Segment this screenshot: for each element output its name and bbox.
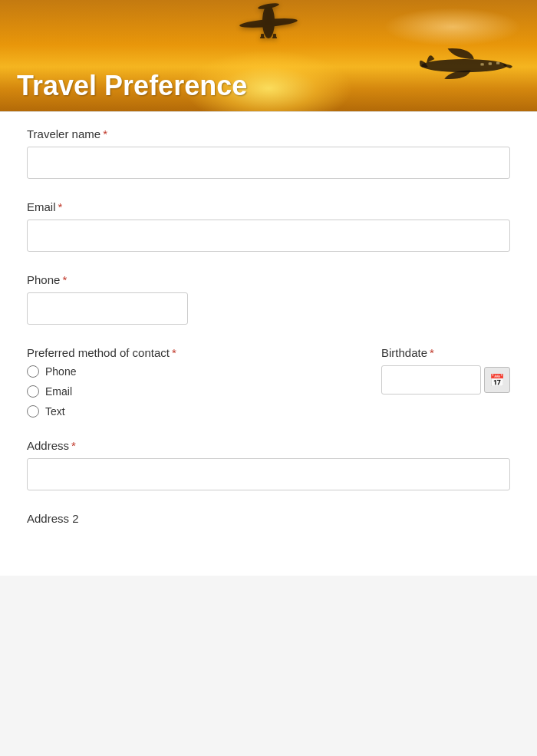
svg-point-5 bbox=[260, 36, 265, 38]
radio-text-input[interactable] bbox=[27, 405, 39, 418]
required-indicator: * bbox=[62, 273, 67, 286]
radio-text-item[interactable]: Text bbox=[27, 405, 351, 418]
radio-phone-input[interactable] bbox=[27, 365, 39, 378]
birthdate-label: Birthdate* bbox=[381, 346, 510, 359]
preferred-contact-col: Preferred method of contact* Phone Email… bbox=[27, 346, 351, 418]
traveler-name-input[interactable] bbox=[27, 147, 510, 179]
radio-email-label: Email bbox=[45, 385, 72, 398]
email-input[interactable] bbox=[27, 220, 510, 252]
page-title: Travel Preference bbox=[17, 70, 247, 102]
calendar-button[interactable]: 📅 bbox=[484, 367, 510, 393]
svg-rect-8 bbox=[480, 63, 483, 65]
email-group: Email* bbox=[27, 200, 510, 252]
calendar-icon: 📅 bbox=[489, 373, 505, 388]
traveler-name-group: Traveler name* bbox=[27, 127, 510, 179]
birthdate-col: Birthdate* 📅 bbox=[381, 346, 510, 395]
header-banner: Travel Preference bbox=[0, 0, 537, 111]
address2-group: Address 2 bbox=[27, 512, 510, 531]
phone-group: Phone* bbox=[27, 273, 510, 325]
email-label: Email* bbox=[27, 200, 510, 213]
required-indicator: * bbox=[430, 346, 434, 359]
svg-rect-10 bbox=[496, 61, 499, 64]
traveler-name-label: Traveler name* bbox=[27, 127, 510, 140]
required-indicator: * bbox=[172, 346, 176, 359]
radio-text-label: Text bbox=[45, 405, 65, 418]
phone-input[interactable] bbox=[27, 292, 188, 325]
page-wrapper: Travel Preference Traveler name* Email* … bbox=[0, 0, 537, 576]
radio-email-input[interactable] bbox=[27, 385, 39, 398]
svg-rect-9 bbox=[489, 62, 492, 64]
required-indicator: * bbox=[103, 127, 107, 140]
form-content: Traveler name* Email* Phone* Preferred m… bbox=[0, 112, 537, 576]
required-indicator: * bbox=[71, 439, 76, 452]
svg-point-6 bbox=[272, 36, 277, 38]
svg-point-7 bbox=[421, 59, 506, 72]
address-label: Address* bbox=[27, 439, 510, 452]
contact-radio-group: Phone Email Text bbox=[27, 365, 351, 418]
birthdate-wrapper: 📅 bbox=[381, 365, 510, 395]
radio-phone-label: Phone bbox=[45, 365, 76, 378]
address-group: Address* bbox=[27, 439, 510, 490]
radio-email-item[interactable]: Email bbox=[27, 385, 351, 398]
airplane-right-icon bbox=[414, 41, 514, 90]
birthdate-input[interactable] bbox=[381, 365, 481, 395]
address-input[interactable] bbox=[27, 458, 510, 490]
required-indicator: * bbox=[58, 200, 63, 213]
phone-label: Phone* bbox=[27, 273, 510, 286]
airplane-top-icon bbox=[238, 0, 299, 44]
preferred-contact-label: Preferred method of contact* bbox=[27, 346, 351, 359]
radio-phone-item[interactable]: Phone bbox=[27, 365, 351, 378]
contact-birthdate-row: Preferred method of contact* Phone Email… bbox=[27, 346, 510, 418]
address2-label: Address 2 bbox=[27, 512, 510, 531]
